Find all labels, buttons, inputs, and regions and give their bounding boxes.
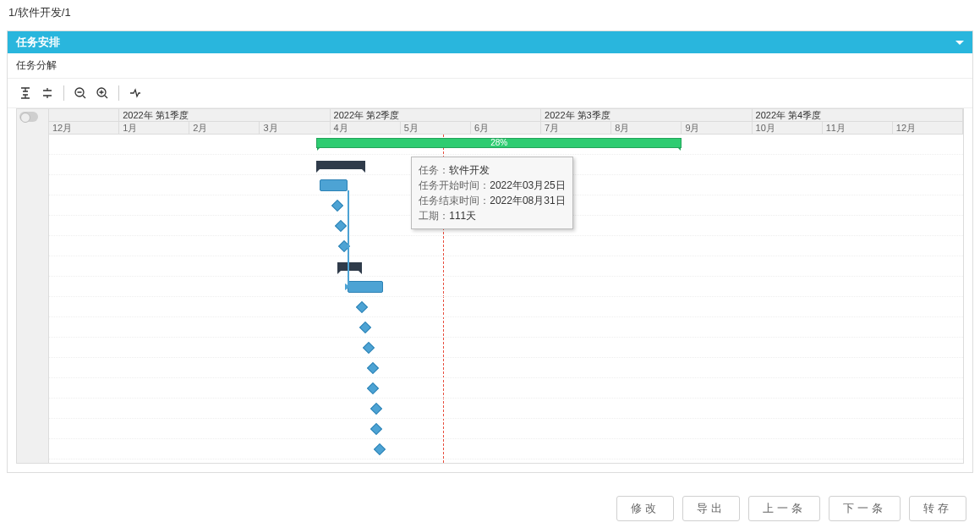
task-tooltip: 任务：软件开发任务开始时间：2022年03月25日任务结束时间：2022年08月… — [411, 157, 572, 229]
critical-path-icon[interactable] — [126, 84, 145, 102]
expand-all-icon[interactable] — [16, 84, 35, 102]
gantt-body[interactable]: 28%任务：软件开发任务开始时间：2022年03月25日任务结束时间：2022年… — [49, 135, 963, 463]
zoom-out-icon[interactable] — [71, 84, 90, 102]
gantt-row — [49, 256, 963, 277]
timeline-month: 6月 — [471, 122, 541, 135]
milestone[interactable] — [331, 200, 343, 212]
timeline-quarter: 2022年 第2季度 — [331, 109, 541, 122]
gantt-sidebar — [17, 109, 49, 463]
gantt-row — [49, 317, 963, 338]
milestone[interactable] — [363, 342, 375, 354]
timeline-month: 10月 — [753, 122, 823, 135]
milestone[interactable] — [356, 301, 368, 313]
timeline-month: 12月 — [893, 122, 963, 135]
task-bar[interactable] — [320, 179, 348, 191]
milestone[interactable] — [359, 322, 371, 333]
zoom-in-icon[interactable] — [93, 84, 112, 102]
gantt-row — [49, 236, 963, 256]
timeline-month: 8月 — [611, 122, 682, 135]
group-bar[interactable] — [316, 161, 365, 169]
tooltip-label: 任务： — [419, 162, 449, 178]
summary-progress: 28% — [490, 138, 507, 147]
toolbar — [8, 79, 972, 108]
timeline-quarter: 2022年 第3季度 — [541, 109, 752, 122]
tooltip-label: 任务结束时间： — [419, 193, 490, 208]
gantt-row: 28% — [49, 135, 963, 155]
timeline-month: 7月 — [541, 122, 611, 135]
tooltip-value: 2022年08月31日 — [490, 193, 565, 208]
dependency-arrow-icon — [345, 283, 350, 290]
timeline-month: 5月 — [401, 122, 471, 135]
timeline-month: 12月 — [49, 122, 119, 135]
timeline-month: 2月 — [189, 122, 260, 135]
gantt-row — [49, 358, 963, 378]
gantt-row — [49, 378, 963, 399]
gantt-row — [49, 419, 963, 439]
group-bar[interactable] — [337, 262, 362, 271]
panel: 任务安排 任务分解 2022年 第1季度2022年 第2季度2022年 第3季度… — [7, 30, 973, 473]
collapse-all-icon[interactable] — [38, 84, 57, 102]
timeline-month: 1月 — [119, 122, 189, 135]
timeline-month: 11月 — [823, 122, 893, 135]
gantt-row — [49, 277, 963, 297]
tooltip-label: 工期： — [419, 208, 449, 223]
tooltip-label: 任务开始时间： — [419, 178, 490, 193]
gantt: 2022年 第1季度2022年 第2季度2022年 第3季度2022年 第4季度… — [16, 108, 964, 464]
sidebar-toggle[interactable] — [19, 112, 38, 122]
timeline-month: 4月 — [331, 122, 401, 135]
gantt-row — [49, 297, 963, 317]
timeline-quarter — [49, 109, 119, 122]
task-bar[interactable] — [348, 281, 383, 293]
tooltip-value: 111天 — [449, 208, 476, 223]
milestone[interactable] — [370, 403, 382, 415]
breadcrumb: 1/软件开发/1 — [0, 0, 980, 25]
timeline-month: 9月 — [682, 122, 752, 135]
milestone[interactable] — [366, 382, 378, 394]
panel-title: 任务安排 — [16, 35, 60, 50]
milestone[interactable] — [366, 362, 378, 374]
timeline-quarter: 2022年 第4季度 — [753, 109, 963, 122]
gantt-row — [49, 439, 963, 459]
timeline-header: 2022年 第1季度2022年 第2季度2022年 第3季度2022年 第4季度… — [49, 109, 963, 135]
tooltip-value: 软件开发 — [449, 162, 490, 178]
gantt-row — [49, 399, 963, 419]
milestone[interactable] — [335, 220, 347, 232]
separator — [118, 85, 119, 101]
milestone[interactable] — [370, 423, 382, 435]
separator — [63, 85, 64, 101]
timeline-quarter: 2022年 第1季度 — [119, 109, 330, 122]
panel-header[interactable]: 任务安排 — [8, 31, 972, 53]
panel-subtitle: 任务分解 — [8, 53, 972, 79]
timeline-month: 3月 — [260, 122, 330, 135]
gantt-main: 2022年 第1季度2022年 第2季度2022年 第3季度2022年 第4季度… — [49, 109, 963, 463]
milestone[interactable] — [374, 443, 386, 455]
gantt-row — [49, 338, 963, 358]
summary-bar[interactable]: 28% — [316, 138, 682, 148]
tooltip-value: 2022年03月25日 — [490, 178, 565, 193]
chevron-down-icon[interactable] — [955, 41, 964, 45]
dependency-link — [348, 190, 349, 287]
